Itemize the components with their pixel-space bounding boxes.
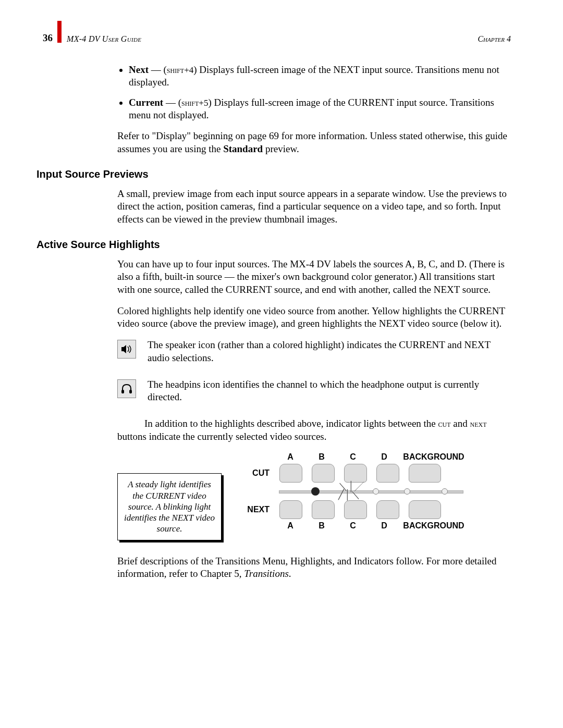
guide-title: MX-4 DV User Guide [67,34,141,44]
cut-c-button [344,464,367,483]
cut-row: CUT [237,464,511,483]
cut-bg-button [409,464,441,483]
speaker-row: The speaker icon (rather than a colored … [117,339,511,364]
closing-em: Transitions [244,568,289,579]
bullet-current-shortcut: shift+5 [181,98,208,108]
svg-rect-1 [121,390,124,393]
current-indicator-dot [311,487,320,496]
active-para1: You can have up to four input sources. T… [117,258,511,297]
svg-marker-0 [121,345,126,353]
page-number: 36 [43,32,53,44]
page: 36 MX-4 DV User Guide Chapter 4 Next — (… [0,0,563,728]
tick-c [373,488,379,495]
bullet-current: Current — (shift+5) Displays full-screen… [129,96,511,122]
body-column: Next — (shift+4) Displays full-screen im… [117,64,511,156]
label-a-top: A [275,452,306,462]
cut-d-button [376,464,399,483]
next-a-button [279,500,302,519]
bullet-next-label: Next [129,64,149,75]
ind-b: and [451,418,470,429]
label-d-top: D [369,452,400,462]
bullet-current-label: Current [129,97,163,108]
closing-a: Brief descriptions of the Transitions Me… [117,556,497,579]
track [279,490,463,493]
ind-next: next [470,419,486,429]
bullet-next: Next — (shift+4) Displays full-screen im… [129,64,511,89]
top-labels: A B C D BACKGROUND [237,452,511,462]
callout: A steady light identifies the CURRENT vi… [117,473,222,540]
cut-label: CUT [237,468,275,478]
burst-icon-bottom: ╱│＼ [338,492,360,497]
speaker-text: The speaker icon (rather than a colored … [148,339,511,364]
label-d-bot: D [369,521,400,530]
ind-a: In addition to the highlights described … [144,418,438,429]
burst-icon-top: ＼│╱ [338,484,364,489]
label-b-top: B [306,452,337,462]
headphones-text: The headpins icon identifies the channel… [148,378,511,404]
next-c-button [344,500,367,519]
chapter-label: Chapter 4 [478,34,511,44]
refer-text-a: Refer to "Display" beginning on page 69 … [117,130,507,154]
closing-para: Brief descriptions of the Transitions Me… [117,555,511,581]
closing-b: . [289,568,291,579]
label-bg-bot: BACKGROUND [400,521,468,530]
ind-cut: cut [438,419,451,429]
refer-text-b: preview. [263,143,299,154]
ind-c: buttons indicate the currently selected … [117,431,327,442]
label-c-bot: C [337,521,369,530]
page-header: 36 MX-4 DV User Guide Chapter 4 [36,31,511,47]
button-diagram: A steady light identifies the CURRENT vi… [117,452,511,540]
next-row: NEXT [237,500,511,519]
label-bg-top: BACKGROUND [400,452,468,462]
indicator-para: In addition to the highlights described … [117,417,511,443]
next-b-button [312,500,335,519]
speaker-icon [117,340,136,359]
headphones-row: The headpins icon identifies the channel… [117,378,511,404]
label-a-bot: A [275,521,306,530]
tick-bg [442,488,448,495]
bullet-next-shortcut: shift+4 [167,65,193,75]
refer-paragraph: Refer to "Display" beginning on page 69 … [117,130,511,155]
callout-box: A steady light identifies the CURRENT vi… [117,473,222,540]
heading-active-highlights: Active Source Highlights [36,239,511,251]
next-d-button [376,500,399,519]
indicator-track: ＼│╱ ╱│＼ [275,485,468,498]
next-bg-button [409,500,441,519]
active-para2: Colored highlights help identify one vid… [117,305,511,330]
cut-a-button [279,464,302,483]
next-label: NEXT [237,505,275,514]
tick-d [404,488,410,495]
bottom-labels: A B C D BACKGROUND [237,521,511,530]
label-c-top: C [337,452,369,462]
refer-bold: Standard [223,143,263,154]
heading-input-previews: Input Source Previews [36,168,511,180]
cut-b-button [312,464,335,483]
svg-rect-2 [129,390,132,393]
bullet-list: Next — (shift+4) Displays full-screen im… [117,64,511,121]
label-b-bot: B [306,521,337,530]
headphones-icon [117,379,136,398]
button-panel: A B C D BACKGROUND CUT ＼│╱ ╱ [237,452,511,540]
input-previews-para: A small, preview image from each input s… [117,188,511,226]
